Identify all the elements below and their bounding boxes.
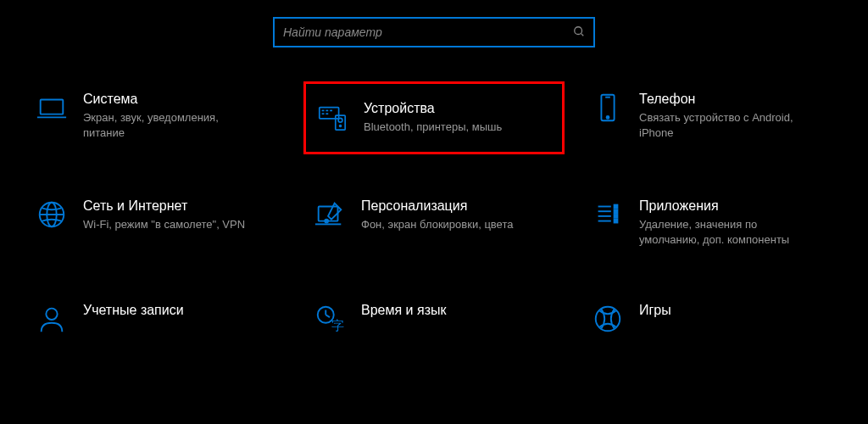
category-title: Игры — [639, 303, 671, 318]
svg-point-21 — [325, 220, 328, 223]
category-title: Персонализация — [361, 198, 513, 214]
category-text: Персонализация Фон, экран блокировки, цв… — [361, 198, 513, 232]
search-icon — [573, 25, 585, 40]
category-text: Приложения Удаление, значения по умолчан… — [639, 198, 809, 248]
account-icon — [36, 303, 68, 335]
category-text: Система Экран, звук, уведомления, питани… — [83, 92, 253, 141]
category-title: Телефон — [639, 92, 809, 107]
category-text: Телефон Связать устройство с Android, iP… — [639, 92, 809, 141]
xbox-icon — [592, 303, 624, 335]
category-title: Приложения — [639, 198, 809, 214]
category-personalization[interactable]: Персонализация Фон, экран блокировки, цв… — [303, 188, 565, 258]
category-apps[interactable]: Приложения Удаление, значения по умолчан… — [581, 188, 843, 258]
category-system[interactable]: Система Экран, звук, уведомления, питани… — [25, 81, 287, 154]
category-time-language[interactable]: 字 Время и язык — [303, 293, 565, 345]
category-text: Время и язык — [361, 303, 446, 321]
category-accounts[interactable]: Учетные записи — [25, 293, 287, 345]
laptop-icon — [36, 92, 68, 124]
category-desc: Удаление, значения по умолчанию, доп. ко… — [639, 217, 809, 248]
category-desc: Экран, звук, уведомления, питание — [83, 110, 253, 141]
svg-rect-28 — [615, 215, 618, 218]
category-text: Учетные записи — [83, 303, 184, 321]
apps-icon — [592, 198, 624, 231]
globe-icon — [36, 198, 68, 231]
category-title: Устройства — [364, 101, 502, 116]
svg-line-33 — [326, 315, 330, 317]
category-text: Сеть и Интернет Wi-Fi, режим "в самолете… — [83, 198, 245, 232]
phone-icon — [592, 92, 624, 124]
svg-point-11 — [338, 118, 342, 122]
category-title: Время и язык — [361, 303, 446, 318]
search-container — [0, 0, 868, 81]
svg-line-1 — [581, 33, 584, 36]
time-language-icon: 字 — [314, 303, 346, 335]
category-desc: Фон, экран блокировки, цвета — [361, 217, 513, 232]
category-title: Сеть и Интернет — [83, 198, 245, 214]
svg-rect-2 — [41, 100, 64, 114]
category-title: Система — [83, 92, 253, 107]
category-phone[interactable]: Телефон Связать устройство с Android, iP… — [581, 81, 843, 154]
svg-rect-27 — [615, 209, 618, 213]
svg-point-12 — [340, 126, 342, 127]
svg-point-35 — [596, 306, 620, 331]
svg-point-15 — [607, 116, 609, 119]
svg-rect-26 — [615, 205, 618, 209]
svg-point-0 — [575, 26, 582, 34]
search-box[interactable] — [273, 17, 595, 47]
category-network[interactable]: Сеть и Интернет Wi-Fi, режим "в самолете… — [25, 188, 287, 258]
category-gaming[interactable]: Игры — [581, 293, 843, 345]
categories-grid: Система Экран, звук, уведомления, питани… — [0, 81, 868, 345]
category-title: Учетные записи — [83, 303, 184, 318]
search-input[interactable] — [283, 25, 573, 39]
category-desc: Bluetooth, принтеры, мышь — [364, 120, 502, 135]
paint-icon — [314, 198, 346, 231]
category-desc: Wi-Fi, режим "в самолете", VPN — [83, 217, 245, 232]
category-devices[interactable]: Устройства Bluetooth, принтеры, мышь — [303, 81, 565, 154]
devices-icon — [316, 101, 348, 133]
svg-rect-29 — [615, 220, 618, 223]
svg-point-30 — [46, 308, 57, 319]
svg-text:字: 字 — [331, 318, 344, 332]
svg-rect-19 — [319, 207, 338, 221]
category-text: Устройства Bluetooth, принтеры, мышь — [364, 101, 502, 135]
category-text: Игры — [639, 303, 671, 321]
category-desc: Связать устройство с Android, iPhone — [639, 110, 809, 141]
